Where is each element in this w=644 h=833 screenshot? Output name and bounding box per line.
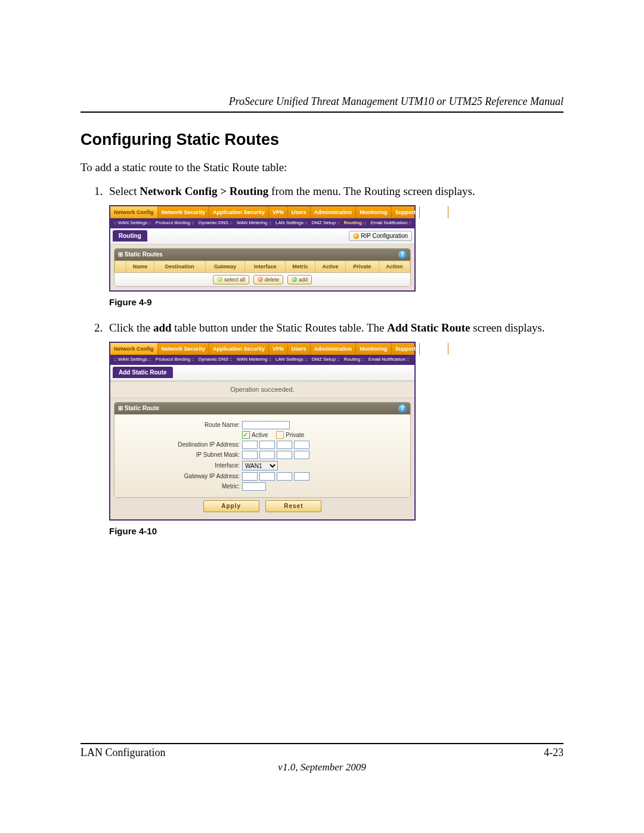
apply-button[interactable]: Apply xyxy=(203,500,259,512)
sub-nav-2: :: WAN Settings :: Protocol Binding :: D… xyxy=(110,355,414,365)
subnet-oct3[interactable] xyxy=(277,451,292,459)
private-label: Private xyxy=(286,431,304,439)
help-icon[interactable]: ? xyxy=(398,250,407,259)
metric-input[interactable] xyxy=(242,482,266,491)
active-label: Active xyxy=(252,431,268,439)
subnav-wan-metering[interactable]: WAN Metering :: xyxy=(236,220,273,227)
page-footer: LAN Configuration 4-23 v1.0, September 2… xyxy=(80,743,564,773)
route-name-label: Route Name: xyxy=(120,421,242,429)
step1-text-c: from the menu. The Routing screen displa… xyxy=(268,185,475,197)
tab-application-security[interactable]: Application Security xyxy=(209,206,269,218)
subnav-routing[interactable]: Routing :: xyxy=(343,220,368,227)
dest-ip-oct1[interactable] xyxy=(242,441,258,449)
dest-ip-label: Destination IP Address: xyxy=(120,441,242,449)
step1-text-b: Network Config > Routing xyxy=(140,185,268,197)
step2-text-e: screen displays. xyxy=(470,321,545,334)
subnav-email-notification[interactable]: Email Notification :: xyxy=(369,220,412,227)
col-metric: Metric xyxy=(285,261,315,272)
reset-button[interactable]: Reset xyxy=(265,500,321,512)
subnav-wan-settings[interactable]: :: WAN Settings :: xyxy=(113,220,153,227)
col-interface: Interface xyxy=(245,261,286,272)
col-destination: Destination xyxy=(154,261,205,272)
subnav-lan-settings-2[interactable]: LAN Settings :: xyxy=(274,357,308,363)
gateway-label: Gateway IP Address: xyxy=(120,472,242,481)
add-icon xyxy=(292,277,297,282)
subnav-wan-settings-2[interactable]: :: WAN Settings :: xyxy=(113,357,153,363)
sub-nav: :: WAN Settings :: Protocol Binding :: D… xyxy=(110,218,414,228)
tab-network-config[interactable]: Network Config xyxy=(110,206,158,218)
routing-section-tab[interactable]: Routing xyxy=(113,230,147,242)
tab-network-security-2[interactable]: Network Security xyxy=(158,343,210,355)
rip-configuration-button[interactable]: RIP Configuration xyxy=(349,231,412,241)
subnav-protocol-binding[interactable]: Protocol Binding :: xyxy=(154,220,196,227)
subnet-label: IP Subnet Mask: xyxy=(120,451,242,459)
footer-left: LAN Configuration xyxy=(80,747,165,759)
tab-monitoring[interactable]: Monitoring xyxy=(356,206,392,218)
step1-text-a: Select xyxy=(109,185,140,197)
tab-monitoring-2[interactable]: Monitoring xyxy=(356,343,392,355)
tab-support-2[interactable]: Support xyxy=(392,343,420,355)
subnav-dynamic-dns-2[interactable]: Dynamic DNS :: xyxy=(197,357,234,363)
select-all-button[interactable]: select all xyxy=(213,275,249,284)
col-name: Name xyxy=(126,261,154,272)
delete-button[interactable]: delete xyxy=(253,275,284,284)
tab-vpn-2[interactable]: VPN xyxy=(269,343,288,355)
interface-select[interactable]: WAN1 xyxy=(242,461,278,470)
footer-rule xyxy=(80,743,564,744)
gateway-oct1[interactable] xyxy=(242,472,258,481)
static-route-form: Route Name: Active Private xyxy=(114,414,410,498)
subnet-oct1[interactable] xyxy=(242,451,258,459)
dest-ip-oct3[interactable] xyxy=(277,441,292,449)
subnav-wan-metering-2[interactable]: WAN Metering :: xyxy=(236,357,273,363)
table-button-row: select all delete add xyxy=(114,272,410,286)
add-static-route-tab[interactable]: Add Static Route xyxy=(113,367,173,379)
active-checkbox[interactable] xyxy=(242,431,250,439)
tab-support[interactable]: Support xyxy=(392,206,420,218)
tab-users[interactable]: Users xyxy=(288,206,311,218)
subnav-routing-2[interactable]: Routing :: xyxy=(343,357,366,363)
step2-text-b: add xyxy=(153,321,172,334)
running-header: ProSecure Unified Threat Management UTM1… xyxy=(80,95,564,108)
step2-text-c: table button under the Static Routes tab… xyxy=(172,321,388,334)
col-active: Active xyxy=(315,261,346,272)
dest-ip-oct4[interactable] xyxy=(294,441,309,449)
subnet-oct4[interactable] xyxy=(294,451,309,459)
tab-wizards[interactable]: Wizards xyxy=(420,206,448,218)
step-1: Select Network Config > Routing from the… xyxy=(106,184,564,308)
footer-version: v1.0, September 2009 xyxy=(80,761,564,773)
add-button[interactable]: add xyxy=(287,275,312,284)
subnav-dynamic-dns[interactable]: Dynamic DNS :: xyxy=(197,220,234,227)
apply-reset-row: Apply Reset xyxy=(114,498,411,516)
route-name-input[interactable] xyxy=(242,421,290,429)
figure-4-10: Network Config Network Security Applicat… xyxy=(109,342,416,521)
static-routes-title: ⊞ Static Routes xyxy=(118,250,163,259)
rip-label: RIP Configuration xyxy=(361,232,408,240)
gateway-oct3[interactable] xyxy=(277,472,292,481)
gateway-oct4[interactable] xyxy=(294,472,309,481)
col-checkbox xyxy=(115,261,126,272)
tab-network-security[interactable]: Network Security xyxy=(158,206,210,218)
help-icon-2[interactable]: ? xyxy=(398,404,407,413)
subnet-oct2[interactable] xyxy=(259,451,275,459)
subnav-dmz-setup-2[interactable]: DMZ Setup :: xyxy=(310,357,340,363)
rip-icon xyxy=(353,233,359,239)
tab-application-security-2[interactable]: Application Security xyxy=(209,343,269,355)
gateway-oct2[interactable] xyxy=(259,472,275,481)
status-message: Operation succeeded. xyxy=(110,381,414,398)
subnav-dmz-setup[interactable]: DMZ Setup :: xyxy=(310,220,340,227)
dest-ip-oct2[interactable] xyxy=(259,441,275,449)
figure-4-10-caption: Figure 4-10 xyxy=(109,525,564,537)
tab-network-config-2[interactable]: Network Config xyxy=(110,343,158,355)
top-tabs-2: Network Config Network Security Applicat… xyxy=(110,343,414,355)
static-routes-table: Name Destination Gateway Interface Metri… xyxy=(114,261,410,272)
static-route-form-title: ⊞ Static Route xyxy=(118,404,159,413)
tab-administration-2[interactable]: Administration xyxy=(311,343,357,355)
private-checkbox[interactable] xyxy=(276,431,284,439)
subnav-protocol-binding-2[interactable]: Protocol Binding :: xyxy=(154,357,196,363)
tab-administration[interactable]: Administration xyxy=(311,206,357,218)
subnav-email-notification-2[interactable]: Email Notification :: xyxy=(367,357,410,363)
tab-wizards-2[interactable]: Wizards xyxy=(420,343,448,355)
tab-users-2[interactable]: Users xyxy=(288,343,311,355)
tab-vpn[interactable]: VPN xyxy=(269,206,288,218)
subnav-lan-settings[interactable]: LAN Settings :: xyxy=(274,220,308,227)
